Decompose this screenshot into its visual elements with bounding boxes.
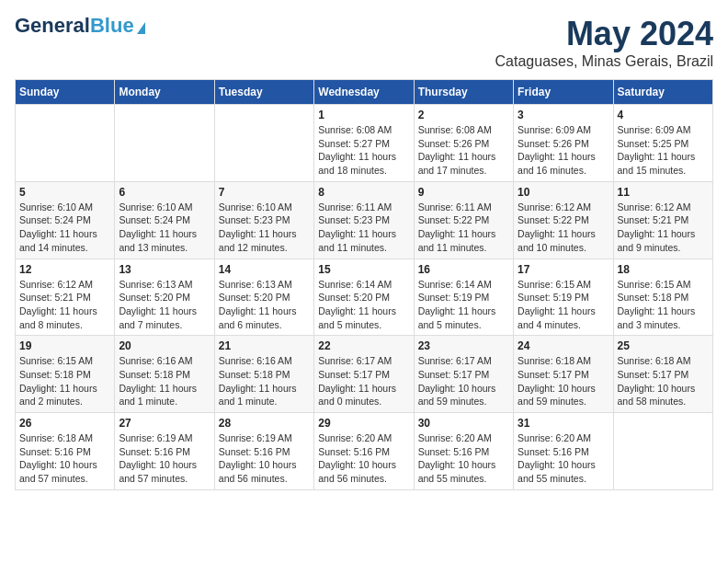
calendar-week-row: 26Sunrise: 6:18 AM Sunset: 5:16 PM Dayli… <box>16 413 713 490</box>
day-info: Sunrise: 6:18 AM Sunset: 5:17 PM Dayligh… <box>618 354 709 408</box>
calendar-header-row: SundayMondayTuesdayWednesdayThursdayFrid… <box>16 80 713 105</box>
calendar-cell: 7Sunrise: 6:10 AM Sunset: 5:23 PM Daylig… <box>214 181 313 259</box>
day-info: Sunrise: 6:14 AM Sunset: 5:19 PM Dayligh… <box>418 278 509 332</box>
calendar-cell <box>16 105 115 182</box>
day-info: Sunrise: 6:14 AM Sunset: 5:20 PM Dayligh… <box>318 278 409 332</box>
calendar-cell: 22Sunrise: 6:17 AM Sunset: 5:17 PM Dayli… <box>314 336 414 413</box>
day-number: 28 <box>219 417 310 430</box>
calendar-cell: 21Sunrise: 6:16 AM Sunset: 5:18 PM Dayli… <box>214 336 313 413</box>
calendar-cell: 9Sunrise: 6:11 AM Sunset: 5:22 PM Daylig… <box>414 181 513 259</box>
day-info: Sunrise: 6:08 AM Sunset: 5:27 PM Dayligh… <box>318 123 409 178</box>
calendar-cell: 12Sunrise: 6:12 AM Sunset: 5:21 PM Dayli… <box>16 259 115 336</box>
day-info: Sunrise: 6:18 AM Sunset: 5:17 PM Dayligh… <box>518 354 609 408</box>
logo-icon <box>137 22 145 34</box>
day-number: 27 <box>119 417 210 430</box>
calendar-cell: 11Sunrise: 6:12 AM Sunset: 5:21 PM Dayli… <box>613 181 712 259</box>
day-number: 19 <box>19 339 110 352</box>
day-info: Sunrise: 6:18 AM Sunset: 5:16 PM Dayligh… <box>19 431 110 486</box>
day-info: Sunrise: 6:13 AM Sunset: 5:20 PM Dayligh… <box>119 278 210 332</box>
calendar-cell: 17Sunrise: 6:15 AM Sunset: 5:19 PM Dayli… <box>514 259 613 336</box>
calendar-cell: 13Sunrise: 6:13 AM Sunset: 5:20 PM Dayli… <box>115 259 214 336</box>
day-info: Sunrise: 6:15 AM Sunset: 5:19 PM Dayligh… <box>518 278 609 332</box>
calendar-cell: 14Sunrise: 6:13 AM Sunset: 5:20 PM Dayli… <box>214 259 313 336</box>
calendar-cell: 25Sunrise: 6:18 AM Sunset: 5:17 PM Dayli… <box>613 336 712 413</box>
day-info: Sunrise: 6:20 AM Sunset: 5:16 PM Dayligh… <box>318 431 409 486</box>
calendar-cell: 3Sunrise: 6:09 AM Sunset: 5:26 PM Daylig… <box>514 105 613 182</box>
day-number: 9 <box>418 186 509 199</box>
calendar-cell: 28Sunrise: 6:19 AM Sunset: 5:16 PM Dayli… <box>214 413 313 490</box>
day-info: Sunrise: 6:12 AM Sunset: 5:21 PM Dayligh… <box>19 278 110 332</box>
calendar-week-row: 1Sunrise: 6:08 AM Sunset: 5:27 PM Daylig… <box>16 105 713 182</box>
day-number: 5 <box>19 186 110 199</box>
day-info: Sunrise: 6:10 AM Sunset: 5:24 PM Dayligh… <box>19 201 110 255</box>
calendar-cell <box>115 105 214 182</box>
page-header: GeneralBlue May 2024 Cataguases, Minas G… <box>15 15 713 70</box>
day-info: Sunrise: 6:13 AM Sunset: 5:20 PM Dayligh… <box>219 278 310 332</box>
day-info: Sunrise: 6:09 AM Sunset: 5:26 PM Dayligh… <box>518 123 609 178</box>
calendar-cell: 20Sunrise: 6:16 AM Sunset: 5:18 PM Dayli… <box>115 336 214 413</box>
day-info: Sunrise: 6:15 AM Sunset: 5:18 PM Dayligh… <box>19 354 110 408</box>
day-info: Sunrise: 6:15 AM Sunset: 5:18 PM Dayligh… <box>618 278 709 332</box>
calendar-cell: 31Sunrise: 6:20 AM Sunset: 5:16 PM Dayli… <box>514 413 613 490</box>
calendar-cell <box>214 105 313 182</box>
day-info: Sunrise: 6:19 AM Sunset: 5:16 PM Dayligh… <box>219 431 310 486</box>
day-number: 17 <box>518 263 609 276</box>
day-info: Sunrise: 6:09 AM Sunset: 5:25 PM Dayligh… <box>618 123 709 178</box>
title-block: May 2024 Cataguases, Minas Gerais, Brazi… <box>495 15 713 70</box>
calendar-cell: 6Sunrise: 6:10 AM Sunset: 5:24 PM Daylig… <box>115 181 214 259</box>
weekday-header: Saturday <box>613 80 712 105</box>
month-title: May 2024 <box>495 15 713 53</box>
weekday-header: Friday <box>514 80 613 105</box>
day-number: 20 <box>119 339 210 352</box>
calendar-cell: 5Sunrise: 6:10 AM Sunset: 5:24 PM Daylig… <box>16 181 115 259</box>
day-number: 15 <box>318 263 409 276</box>
calendar-cell: 30Sunrise: 6:20 AM Sunset: 5:16 PM Dayli… <box>414 413 513 490</box>
calendar-week-row: 12Sunrise: 6:12 AM Sunset: 5:21 PM Dayli… <box>16 259 713 336</box>
logo-general: General <box>15 14 90 37</box>
day-number: 29 <box>318 417 409 430</box>
day-info: Sunrise: 6:10 AM Sunset: 5:24 PM Dayligh… <box>119 201 210 255</box>
calendar-cell: 24Sunrise: 6:18 AM Sunset: 5:17 PM Dayli… <box>514 336 613 413</box>
calendar-cell: 1Sunrise: 6:08 AM Sunset: 5:27 PM Daylig… <box>314 105 414 182</box>
calendar-cell <box>613 413 712 490</box>
day-info: Sunrise: 6:11 AM Sunset: 5:23 PM Dayligh… <box>318 201 409 255</box>
calendar-cell: 27Sunrise: 6:19 AM Sunset: 5:16 PM Dayli… <box>115 413 214 490</box>
logo: GeneralBlue <box>15 15 145 37</box>
day-number: 13 <box>119 263 210 276</box>
calendar-cell: 19Sunrise: 6:15 AM Sunset: 5:18 PM Dayli… <box>16 336 115 413</box>
day-number: 22 <box>318 339 409 352</box>
day-number: 25 <box>618 339 709 352</box>
day-info: Sunrise: 6:10 AM Sunset: 5:23 PM Dayligh… <box>219 201 310 255</box>
day-number: 4 <box>618 109 709 121</box>
day-number: 8 <box>318 186 409 199</box>
calendar-cell: 26Sunrise: 6:18 AM Sunset: 5:16 PM Dayli… <box>16 413 115 490</box>
weekday-header: Thursday <box>414 80 513 105</box>
calendar-cell: 8Sunrise: 6:11 AM Sunset: 5:23 PM Daylig… <box>314 181 414 259</box>
day-number: 14 <box>219 263 310 276</box>
day-number: 26 <box>19 417 110 430</box>
calendar-cell: 4Sunrise: 6:09 AM Sunset: 5:25 PM Daylig… <box>613 105 712 182</box>
day-info: Sunrise: 6:20 AM Sunset: 5:16 PM Dayligh… <box>518 431 609 486</box>
calendar-week-row: 5Sunrise: 6:10 AM Sunset: 5:24 PM Daylig… <box>16 181 713 259</box>
day-info: Sunrise: 6:17 AM Sunset: 5:17 PM Dayligh… <box>418 354 509 408</box>
calendar-cell: 16Sunrise: 6:14 AM Sunset: 5:19 PM Dayli… <box>414 259 513 336</box>
calendar-week-row: 19Sunrise: 6:15 AM Sunset: 5:18 PM Dayli… <box>16 336 713 413</box>
day-number: 3 <box>518 109 609 121</box>
calendar-table: SundayMondayTuesdayWednesdayThursdayFrid… <box>15 79 713 490</box>
calendar-cell: 18Sunrise: 6:15 AM Sunset: 5:18 PM Dayli… <box>613 259 712 336</box>
day-info: Sunrise: 6:12 AM Sunset: 5:21 PM Dayligh… <box>618 201 709 255</box>
calendar-cell: 2Sunrise: 6:08 AM Sunset: 5:26 PM Daylig… <box>414 105 513 182</box>
day-number: 12 <box>19 263 110 276</box>
day-number: 31 <box>518 417 609 430</box>
weekday-header: Sunday <box>16 80 115 105</box>
day-info: Sunrise: 6:20 AM Sunset: 5:16 PM Dayligh… <box>418 431 509 486</box>
day-info: Sunrise: 6:17 AM Sunset: 5:17 PM Dayligh… <box>318 354 409 408</box>
day-number: 2 <box>418 109 509 121</box>
day-info: Sunrise: 6:12 AM Sunset: 5:22 PM Dayligh… <box>518 201 609 255</box>
calendar-cell: 23Sunrise: 6:17 AM Sunset: 5:17 PM Dayli… <box>414 336 513 413</box>
location-subtitle: Cataguases, Minas Gerais, Brazil <box>495 53 713 70</box>
day-number: 18 <box>618 263 709 276</box>
weekday-header: Wednesday <box>314 80 414 105</box>
day-info: Sunrise: 6:11 AM Sunset: 5:22 PM Dayligh… <box>418 201 509 255</box>
logo-blue: Blue <box>90 14 134 37</box>
